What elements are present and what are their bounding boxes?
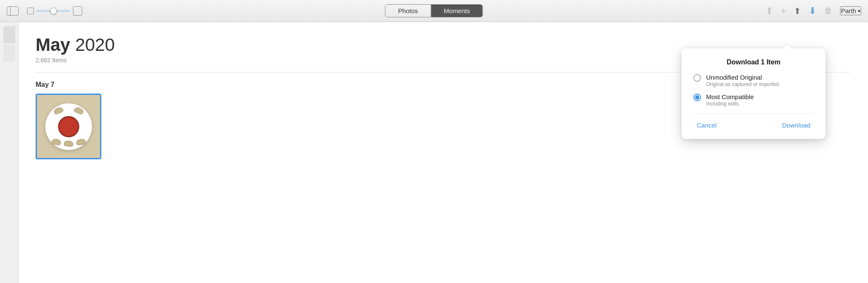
tab-moments[interactable]: Moments xyxy=(431,5,483,17)
dumpling xyxy=(51,138,61,146)
download-button[interactable]: Download xyxy=(779,120,814,130)
cancel-button[interactable]: Cancel xyxy=(693,120,720,130)
sidebar-thumbnail xyxy=(3,45,15,62)
radio-unmodified[interactable] xyxy=(693,74,701,82)
content-area: May 2020 2,662 Items May 7 xyxy=(19,22,868,283)
upload-cloud-icon[interactable]: ⬆ xyxy=(765,6,773,17)
user-menu-button[interactable]: Parth ▾ xyxy=(840,6,861,15)
trash-icon[interactable]: 🗑 xyxy=(824,6,832,16)
main-area: May 2020 2,662 Items May 7 xyxy=(0,22,868,283)
titlebar-toolbar: ⬆ + ⬆ ⬇ 🗑 Parth ▾ xyxy=(765,6,861,17)
download-popover: Download 1 Item Unmodified Original Orig… xyxy=(682,48,826,139)
titlebar-left xyxy=(7,6,82,16)
popover-divider xyxy=(693,114,814,114)
sidebar-toggle-button[interactable] xyxy=(7,6,19,16)
view-tabs: Photos Moments xyxy=(385,4,483,17)
popover-title: Download 1 Item xyxy=(693,58,814,66)
radio-sublabel-compatible: Including edits. xyxy=(706,101,754,107)
sidebar-toggle-icon xyxy=(7,6,19,16)
add-button[interactable]: + xyxy=(781,6,786,17)
size-slider-track[interactable] xyxy=(36,10,70,12)
sidebar xyxy=(0,22,19,283)
large-thumbnail-icon xyxy=(73,6,82,16)
photos-moments-tab-group: Photos Moments xyxy=(385,4,483,17)
radio-sublabel-unmodified: Original as captured or imported. xyxy=(706,81,780,87)
tab-photos[interactable]: Photos xyxy=(385,5,431,17)
dumpling xyxy=(73,106,84,115)
radio-text-compatible: Most Compatible Including edits. xyxy=(706,93,754,107)
dumpling xyxy=(75,138,86,146)
size-slider-thumb[interactable] xyxy=(50,8,57,14)
food-image xyxy=(37,95,100,158)
popover-actions: Cancel Download xyxy=(693,120,814,130)
radio-label-compatible: Most Compatible xyxy=(706,93,754,100)
photo-thumbnail[interactable] xyxy=(36,94,101,159)
plate xyxy=(45,103,92,150)
sidebar-thumbnail xyxy=(3,26,15,43)
radio-option-unmodified[interactable]: Unmodified Original Original as captured… xyxy=(693,74,814,87)
radio-option-compatible[interactable]: Most Compatible Including edits. xyxy=(693,93,814,107)
user-name: Parth xyxy=(841,7,856,14)
dumpling xyxy=(64,140,73,147)
radio-text-unmodified: Unmodified Original Original as captured… xyxy=(706,74,780,87)
sauce-bowl xyxy=(58,116,79,137)
titlebar: Photos Moments ⬆ + ⬆ ⬇ 🗑 Parth ▾ xyxy=(0,0,868,22)
radio-compatible[interactable] xyxy=(693,94,701,101)
small-thumbnail-icon xyxy=(27,8,34,14)
dumpling xyxy=(53,106,64,115)
download-cloud-icon[interactable]: ⬇ xyxy=(809,6,816,17)
user-chevron-icon: ▾ xyxy=(858,8,860,14)
radio-label-unmodified: Unmodified Original xyxy=(706,74,780,81)
thumbnail-size-slider-container xyxy=(27,6,82,16)
share-icon[interactable]: ⬆ xyxy=(794,6,801,16)
